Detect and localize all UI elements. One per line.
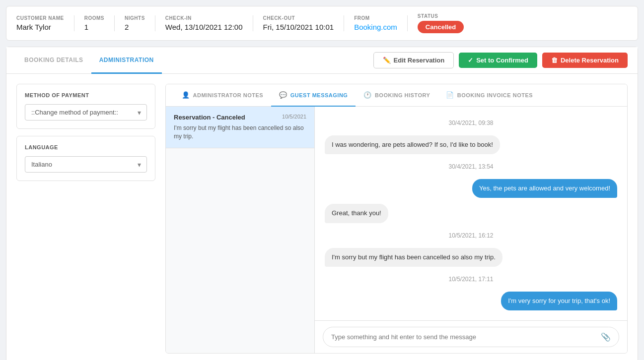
note-title: Reservation - Canceled <box>174 114 245 121</box>
edit-label: Edit Reservation <box>394 57 445 64</box>
payment-title: METHOD OF PAYMENT <box>25 92 147 98</box>
customer-name-label: CUSTOMER NAME <box>16 15 64 21</box>
history-icon: 🕐 <box>363 91 372 99</box>
payment-card: METHOD OF PAYMENT ::Change method of pay… <box>16 84 155 129</box>
subtab-admin-notes[interactable]: 👤 ADMINISTRATOR NOTES <box>174 84 271 107</box>
message-timestamp: 10/5/2021, 17:11 <box>325 276 617 283</box>
language-select-wrapper[interactable]: Italiano <box>25 156 147 173</box>
message-timestamp: 30/4/2021, 09:38 <box>325 120 617 126</box>
admin-notes-icon: 👤 <box>182 91 190 99</box>
message-bubble-wrapper: Great, thank you! <box>325 204 617 223</box>
subtab-booking-history[interactable]: 🕐 BOOKING HISTORY <box>356 84 438 107</box>
message-bubble-wrapper: I'm very sorry for your trip, that's ok! <box>325 292 617 310</box>
subtabs: 👤 ADMINISTRATOR NOTES 💬 GUEST MESSAGING … <box>166 84 627 107</box>
nights-field: NIGHTS 2 <box>115 15 155 31</box>
language-card: LANGUAGE Italiano <box>16 136 155 181</box>
delete-label: Delete Reservation <box>561 57 619 64</box>
checkin-label: CHECK-IN <box>165 15 243 21</box>
booking-com-suffix: .com <box>381 23 397 31</box>
nights-label: NIGHTS <box>125 15 145 21</box>
from-field: FROM Booking.com <box>344 15 408 31</box>
invoice-notes-label: BOOKING INVOICE NOTES <box>457 92 533 98</box>
right-panel: 👤 ADMINISTRATOR NOTES 💬 GUEST MESSAGING … <box>165 84 628 354</box>
subtab-invoice-notes[interactable]: 📄 BOOKING INVOICE NOTES <box>438 84 541 107</box>
from-label: FROM <box>354 15 397 21</box>
status-field: STATUS Cancelled <box>408 13 474 33</box>
message-bubble: I'm very sorry for your trip, that's ok! <box>501 292 617 310</box>
chat-input-area: 📎 <box>315 320 627 353</box>
message-timestamp: 10/5/2021, 16:12 <box>325 232 617 239</box>
customer-name-value: Mark Tylor <box>16 23 64 31</box>
confirm-reservation-button[interactable]: ✓ Set to Confirmed <box>459 53 537 68</box>
toolbar-buttons: ✏️ Edit Reservation ✓ Set to Confirmed 🗑… <box>373 47 628 73</box>
header-bar: CUSTOMER NAME Mark Tylor ROOMS 1 NIGHTS … <box>6 6 638 41</box>
chat-input[interactable] <box>331 333 601 341</box>
tab-booking-details[interactable]: BOOKING DETAILS <box>16 48 91 74</box>
chat-messages: 30/4/2021, 09:38I was wondering, are pet… <box>315 107 627 320</box>
chat-input-wrapper: 📎 <box>323 327 619 347</box>
booking-text: Booking <box>354 23 381 31</box>
content-area: METHOD OF PAYMENT ::Change method of pay… <box>6 74 638 360</box>
message-bubble: Yes, the pets are allowed and very welco… <box>472 179 617 198</box>
left-panel: METHOD OF PAYMENT ::Change method of pay… <box>16 84 155 354</box>
note-item[interactable]: Reservation - Canceled 10/5/2021 I'm sor… <box>166 107 314 148</box>
edit-reservation-button[interactable]: ✏️ Edit Reservation <box>373 52 454 68</box>
notes-list: Reservation - Canceled 10/5/2021 I'm sor… <box>166 107 315 353</box>
confirm-label: Set to Confirmed <box>476 57 528 64</box>
payment-select[interactable]: ::Change method of payment:: <box>25 104 147 120</box>
checkin-field: CHECK-IN Wed, 13/10/2021 12:00 <box>155 15 253 31</box>
note-item-header: Reservation - Canceled 10/5/2021 <box>174 114 306 121</box>
checkin-value: Wed, 13/10/2021 12:00 <box>165 23 243 31</box>
messaging-icon: 💬 <box>279 91 287 99</box>
language-title: LANGUAGE <box>25 144 147 150</box>
tabs-header: BOOKING DETAILS ADMINISTRATION ✏️ Edit R… <box>6 47 638 74</box>
nights-value: 2 <box>125 23 145 31</box>
checkout-label: CHECK-OUT <box>263 15 334 21</box>
language-select[interactable]: Italiano <box>25 156 147 173</box>
status-label: STATUS <box>418 13 464 19</box>
pencil-icon: ✏️ <box>383 57 391 64</box>
main-content: BOOKING DETAILS ADMINISTRATION ✏️ Edit R… <box>6 47 638 360</box>
rooms-field: ROOMS 1 <box>74 15 115 31</box>
check-icon: ✓ <box>468 57 473 64</box>
message-bubble: I was wondering, are pets allowed? If so… <box>325 135 500 154</box>
trash-icon: 🗑 <box>551 57 558 64</box>
checkout-value: Fri, 15/10/2021 10:01 <box>263 23 334 31</box>
attachment-icon[interactable]: 📎 <box>601 332 611 342</box>
note-date: 10/5/2021 <box>282 114 306 121</box>
delete-reservation-button[interactable]: 🗑 Delete Reservation <box>542 53 628 68</box>
message-bubble-wrapper: I was wondering, are pets allowed? If so… <box>325 135 617 154</box>
rooms-value: 1 <box>84 23 104 31</box>
message-bubble-wrapper: I'm sorry but my flight has been cancell… <box>325 248 617 267</box>
guest-messaging-label: GUEST MESSAGING <box>290 92 348 98</box>
messaging-area: Reservation - Canceled 10/5/2021 I'm sor… <box>166 107 627 353</box>
invoice-icon: 📄 <box>446 91 454 99</box>
checkout-field: CHECK-OUT Fri, 15/10/2021 10:01 <box>253 15 345 31</box>
admin-notes-label: ADMINISTRATOR NOTES <box>193 92 264 98</box>
message-bubble-wrapper: Yes, the pets are allowed and very welco… <box>325 179 617 198</box>
status-badge: Cancelled <box>418 21 464 33</box>
booking-history-label: BOOKING HISTORY <box>375 92 430 98</box>
from-value: Booking.com <box>354 23 397 31</box>
chat-area: 30/4/2021, 09:38I was wondering, are pet… <box>315 107 627 353</box>
message-timestamp: 30/4/2021, 13:54 <box>325 163 617 170</box>
rooms-label: ROOMS <box>84 15 104 21</box>
customer-name-field: CUSTOMER NAME Mark Tylor <box>16 15 74 31</box>
message-bubble: Great, thank you! <box>325 204 388 223</box>
payment-select-wrapper[interactable]: ::Change method of payment:: <box>25 104 147 120</box>
tab-administration[interactable]: ADMINISTRATION <box>91 48 162 74</box>
subtab-guest-messaging[interactable]: 💬 GUEST MESSAGING <box>271 84 356 107</box>
note-body: I'm sorry but my flight has been cancell… <box>174 124 306 141</box>
message-bubble: I'm sorry but my flight has been cancell… <box>325 248 502 267</box>
